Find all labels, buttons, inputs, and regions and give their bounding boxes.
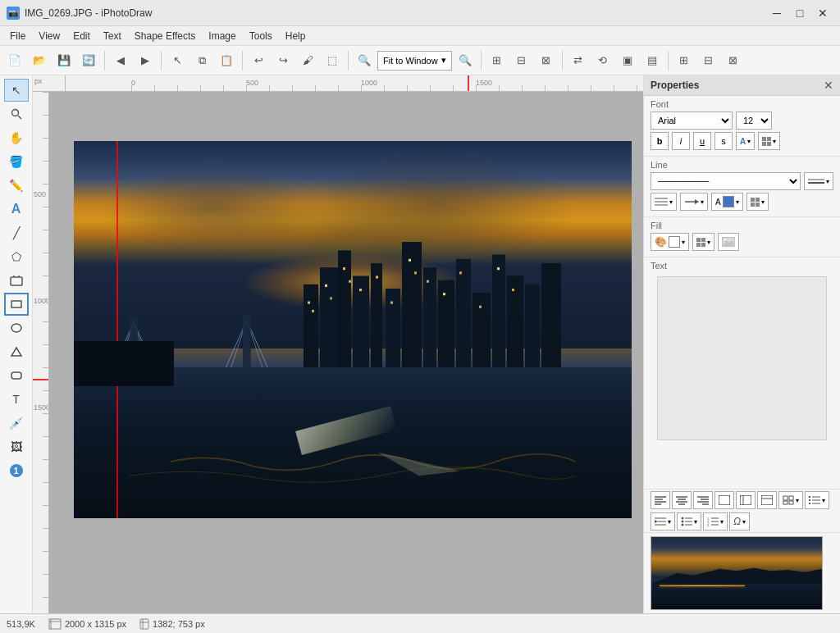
strikethrough-button[interactable]: s bbox=[714, 132, 733, 150]
rounded-rect-tool[interactable] bbox=[4, 364, 29, 387]
properties-close-button[interactable]: ✕ bbox=[824, 79, 833, 92]
properties-panel: Properties ✕ Font Arial 12 b i u s A bbox=[643, 75, 840, 613]
text-box-button[interactable] bbox=[714, 491, 734, 509]
align-button[interactable]: ⊟ bbox=[510, 49, 533, 72]
close-button[interactable]: ✕ bbox=[812, 2, 833, 24]
image-tool[interactable]: 🖼 bbox=[4, 435, 29, 458]
italic-button[interactable]: i bbox=[672, 132, 690, 150]
rotate-button[interactable]: ⟲ bbox=[591, 49, 614, 72]
zoom-button[interactable]: 🔍 bbox=[454, 49, 477, 72]
ellipse-tool[interactable] bbox=[4, 316, 29, 339]
font-bg-button[interactable]: ▾ bbox=[758, 132, 780, 150]
flip-button[interactable]: ⇄ bbox=[567, 49, 590, 72]
toolbar-sep-6 bbox=[562, 51, 563, 71]
line-arrow-button[interactable]: ▾ bbox=[680, 193, 708, 211]
zoom-in-small[interactable]: 🔍 bbox=[353, 49, 376, 72]
line-tool[interactable]: ╱ bbox=[4, 221, 29, 244]
line-grid-button[interactable]: ▾ bbox=[746, 193, 769, 211]
triangle-tool[interactable] bbox=[4, 340, 29, 363]
copy-button[interactable]: ⧉ bbox=[190, 49, 213, 72]
grid-button[interactable]: ⊞ bbox=[486, 49, 509, 72]
svg-rect-22 bbox=[308, 302, 310, 304]
text-tool[interactable]: A bbox=[4, 198, 29, 221]
font-family-select[interactable]: Arial bbox=[651, 112, 733, 130]
align-right-button[interactable] bbox=[693, 491, 713, 509]
menu-edit[interactable]: Edit bbox=[66, 27, 97, 45]
refresh-button[interactable]: 🔄 bbox=[77, 49, 100, 72]
align-left-button[interactable] bbox=[651, 491, 670, 509]
fill-color-button[interactable]: 🎨 ▾ bbox=[651, 233, 689, 251]
text-format-row-2: ▾ ▾ 1.2.3. ▾ Ω ▾ bbox=[644, 511, 840, 532]
view-grid3-button[interactable]: ⊠ bbox=[722, 49, 745, 72]
fill-pattern-button[interactable]: ▾ bbox=[692, 233, 714, 251]
redo-button[interactable]: ↪ bbox=[272, 49, 294, 72]
font-color-button[interactable]: A ▾ bbox=[736, 132, 755, 150]
select-mode-button[interactable]: ↖ bbox=[166, 49, 189, 72]
line-thickness-button[interactable]: ▾ bbox=[804, 172, 833, 190]
svg-rect-29 bbox=[376, 276, 378, 278]
minimize-button[interactable]: ─ bbox=[766, 2, 788, 24]
svg-rect-2 bbox=[11, 277, 22, 285]
font-size-select[interactable]: 12 bbox=[736, 112, 772, 130]
forward-button[interactable]: ▶ bbox=[134, 49, 157, 72]
menu-tools[interactable]: Tools bbox=[243, 27, 279, 45]
text-content-area[interactable] bbox=[657, 276, 827, 440]
ungroup-button[interactable]: ▤ bbox=[641, 49, 664, 72]
back-button[interactable]: ◀ bbox=[109, 49, 132, 72]
text-indent-button[interactable]: ▾ bbox=[651, 512, 675, 531]
text-format-row: ▾ ▾ bbox=[644, 490, 840, 511]
underline-button[interactable]: u bbox=[693, 132, 711, 150]
align-center-button[interactable] bbox=[672, 491, 692, 509]
line-style-select[interactable]: ──────── bbox=[651, 172, 801, 190]
undo-button[interactable]: ↩ bbox=[247, 49, 270, 72]
menu-view[interactable]: View bbox=[32, 27, 66, 45]
ruler-cursor-h bbox=[33, 379, 48, 380]
menu-image[interactable]: Image bbox=[202, 27, 242, 45]
menu-help[interactable]: Help bbox=[279, 27, 313, 45]
menu-shape-effects[interactable]: Shape Effects bbox=[128, 27, 203, 45]
view-grid-button[interactable]: ⊞ bbox=[673, 49, 696, 72]
svg-point-102 bbox=[682, 524, 684, 526]
maximize-button[interactable]: □ bbox=[789, 2, 810, 24]
number-tool[interactable]: 1 bbox=[4, 459, 29, 482]
save-button[interactable]: 💾 bbox=[52, 49, 75, 72]
text-numbered-button[interactable]: 1.2.3. ▾ bbox=[703, 512, 728, 531]
select-shape-tool[interactable] bbox=[4, 269, 29, 292]
paste-button[interactable]: 📋 bbox=[215, 49, 238, 72]
fill-image-button[interactable] bbox=[718, 233, 739, 251]
open-button[interactable]: 📂 bbox=[28, 49, 51, 72]
eraser-button[interactable]: ⬚ bbox=[321, 49, 344, 72]
text-spacing-button[interactable]: ▾ bbox=[778, 491, 803, 509]
svg-rect-3 bbox=[11, 301, 21, 307]
svg-rect-13 bbox=[402, 242, 422, 386]
special-char-button[interactable]: Ω ▾ bbox=[729, 512, 750, 531]
new-button[interactable]: 📄 bbox=[3, 49, 26, 72]
group-button[interactable]: ▣ bbox=[616, 49, 639, 72]
text-list-button[interactable]: ▾ bbox=[805, 491, 829, 509]
polygon-tool[interactable]: ⬠ bbox=[4, 245, 29, 268]
text-box3-button[interactable] bbox=[757, 491, 777, 509]
paint-bucket-tool[interactable]: 🪣 bbox=[4, 150, 29, 173]
text-bullet-button[interactable]: ▾ bbox=[677, 512, 701, 531]
canvas-scroll[interactable] bbox=[49, 92, 643, 613]
properties-header: Properties ✕ bbox=[644, 75, 840, 96]
hand-tool[interactable]: ✋ bbox=[4, 126, 29, 149]
fit-to-window-button[interactable]: Fit to Window ▾ bbox=[377, 51, 452, 71]
select-tool[interactable]: ↖ bbox=[4, 79, 29, 102]
line-color-button[interactable]: A ▾ bbox=[711, 193, 743, 211]
pencil-tool[interactable]: ✏️ bbox=[4, 174, 29, 197]
distribute-button[interactable]: ⊠ bbox=[535, 49, 558, 72]
menu-file[interactable]: File bbox=[3, 27, 32, 45]
paint-button[interactable]: 🖌 bbox=[296, 49, 319, 72]
line-align-button[interactable]: ▾ bbox=[651, 193, 677, 211]
eyedropper-tool[interactable]: 💉 bbox=[4, 412, 29, 435]
view-grid2-button[interactable]: ⊟ bbox=[697, 49, 720, 72]
text-box2-button[interactable] bbox=[736, 491, 756, 509]
menu-text[interactable]: Text bbox=[97, 27, 128, 45]
rect-tool[interactable] bbox=[4, 293, 29, 316]
bold-button[interactable]: b bbox=[651, 132, 669, 150]
zoom-tool[interactable] bbox=[4, 102, 29, 125]
callout-tool[interactable]: T bbox=[4, 388, 29, 411]
fill-section: Fill 🎨 ▾ ▾ bbox=[644, 217, 840, 257]
image-canvas[interactable] bbox=[74, 141, 632, 518]
